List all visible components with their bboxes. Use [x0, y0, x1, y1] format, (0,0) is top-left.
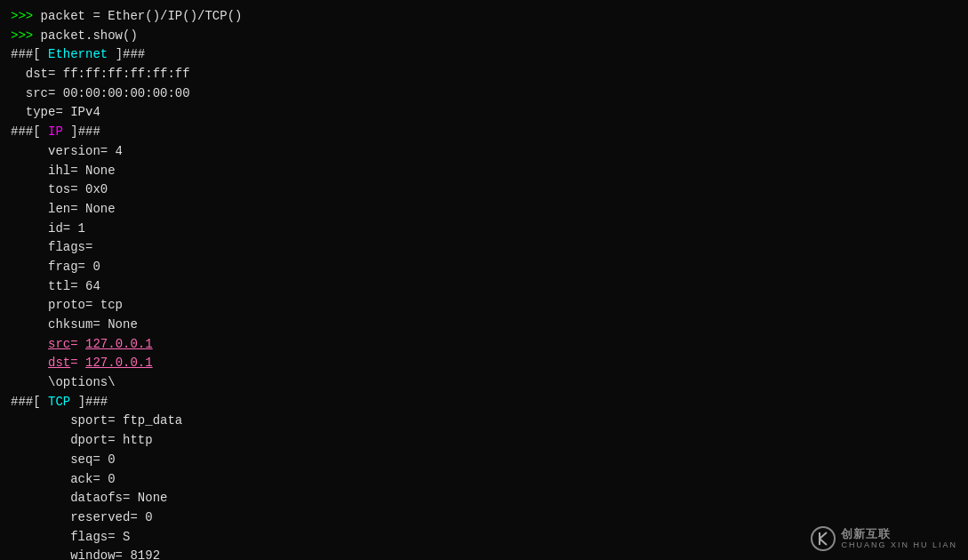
- watermark: 创新互联CHUANG XIN HU LIAN: [811, 526, 957, 551]
- terminal-line: dst= ff:ff:ff:ff:ff:ff: [11, 65, 957, 84]
- terminal-line: ###[ Ethernet ]###: [11, 45, 957, 65]
- terminal-line: type= IPv4: [11, 103, 957, 123]
- terminal-line: ttl= 64: [11, 277, 957, 297]
- terminal-line: seq= 0: [11, 451, 957, 470]
- terminal-line: frag= 0: [11, 258, 957, 277]
- terminal-line: dst= 127.0.0.1: [11, 354, 957, 373]
- watermark-text: 创新互联CHUANG XIN HU LIAN: [841, 527, 957, 550]
- terminal-line: reserved= 0: [11, 508, 957, 528]
- terminal-line: src= 00:00:00:00:00:00: [11, 84, 957, 104]
- terminal-line: src= 127.0.0.1: [11, 335, 957, 355]
- terminal-line: flags=: [11, 238, 957, 258]
- terminal-line: dataofs= None: [11, 489, 957, 508]
- terminal-line: proto= tcp: [11, 296, 957, 316]
- terminal-line: tos= 0x0: [11, 180, 957, 200]
- svg-line-2: [820, 539, 827, 545]
- terminal-line: version= 4: [11, 142, 957, 162]
- terminal-line: ihl= None: [11, 162, 957, 181]
- terminal-line: ###[ TCP ]###: [11, 393, 957, 412]
- terminal-line: ack= 0: [11, 470, 957, 490]
- terminal-line: >>> packet = Ether()/IP()/TCP(): [11, 7, 957, 27]
- terminal-line: dport= http: [11, 431, 957, 451]
- terminal: >>> packet = Ether()/IP()/TCP()>>> packe…: [0, 0, 968, 560]
- terminal-line: id= 1: [11, 220, 957, 239]
- terminal-line: chksum= None: [11, 316, 957, 335]
- terminal-line: \options\: [11, 373, 957, 393]
- svg-line-1: [820, 532, 827, 539]
- terminal-line: len= None: [11, 200, 957, 220]
- terminal-line: sport= ftp_data: [11, 412, 957, 431]
- terminal-line: >>> packet.show(): [11, 27, 957, 46]
- watermark-logo: [811, 526, 836, 551]
- terminal-line: ###[ IP ]###: [11, 123, 957, 142]
